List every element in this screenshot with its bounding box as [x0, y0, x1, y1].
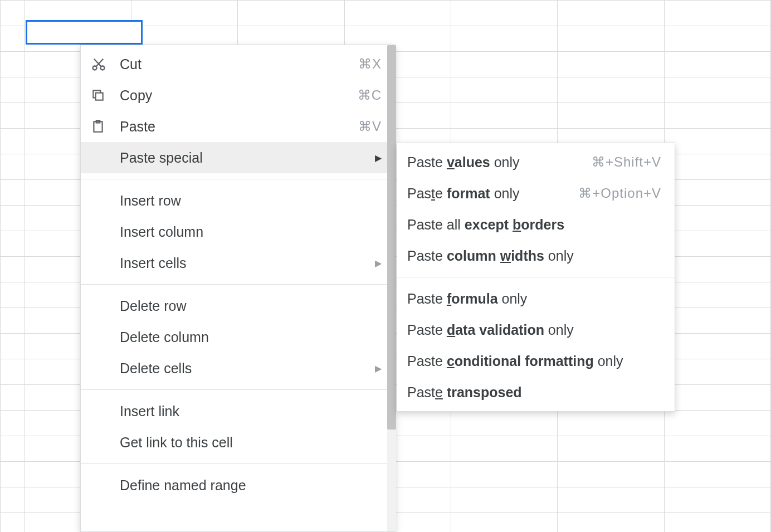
grid-cell[interactable]: [451, 1, 558, 26]
grid-cell[interactable]: [1, 154, 25, 180]
menu-item-label: Insert cells: [120, 255, 368, 271]
menu-item-label: Delete row: [120, 298, 382, 314]
menu-item-label: Paste formula only: [407, 291, 661, 307]
grid-cell[interactable]: [558, 103, 664, 129]
grid-cell[interactable]: [1, 385, 25, 411]
menu-item-delete-row[interactable]: Delete row: [81, 290, 395, 321]
grid-cell[interactable]: [1, 231, 25, 257]
scrollbar-thumb[interactable]: [387, 45, 396, 429]
menu-item-copy[interactable]: Copy ⌘C: [81, 80, 395, 111]
grid-cell[interactable]: [664, 206, 770, 231]
grid-cell[interactable]: [664, 103, 770, 129]
grid-cell[interactable]: [558, 52, 664, 77]
grid-cell[interactable]: [1, 487, 25, 513]
grid-cell[interactable]: [451, 462, 558, 487]
grid-cell[interactable]: [1, 1, 25, 26]
submenu-item-paste-conditional-formatting[interactable]: Paste conditional formatting only: [397, 345, 675, 377]
submenu-item-paste-data-validation[interactable]: Paste data validation only: [397, 314, 675, 345]
menu-separator: [397, 277, 675, 277]
grid-cell[interactable]: [664, 77, 770, 103]
grid-cell[interactable]: [664, 282, 770, 308]
grid-cell[interactable]: [1, 103, 25, 129]
menu-item-delete-cells[interactable]: Delete cells ▶: [81, 353, 395, 384]
grid-cell[interactable]: [451, 77, 558, 103]
menu-separator: [81, 179, 395, 179]
grid-cell[interactable]: [1, 513, 25, 533]
submenu-item-paste-formula-only[interactable]: Paste formula only: [397, 283, 675, 314]
grid-cell[interactable]: [664, 385, 770, 411]
grid-cell[interactable]: [664, 231, 770, 257]
grid-cell[interactable]: [1, 257, 25, 282]
menu-item-insert-cells[interactable]: Insert cells ▶: [81, 247, 395, 279]
menu-item-label: Paste column widths only: [407, 248, 661, 264]
menu-item-define-named-range[interactable]: Define named range: [81, 470, 395, 501]
grid-cell[interactable]: [451, 436, 558, 462]
grid-cell[interactable]: [451, 411, 558, 436]
grid-cell[interactable]: [664, 487, 770, 513]
grid-cell[interactable]: [558, 462, 664, 487]
grid-cell[interactable]: [558, 1, 664, 26]
grid-cell[interactable]: [1, 359, 25, 385]
grid-cell[interactable]: [558, 26, 664, 52]
menu-item-insert-column[interactable]: Insert column: [81, 216, 395, 247]
grid-cell[interactable]: [451, 26, 558, 52]
grid-cell[interactable]: [1, 206, 25, 231]
grid-cell[interactable]: [451, 487, 558, 513]
grid-cell[interactable]: [238, 1, 344, 26]
grid-cell[interactable]: [558, 411, 664, 436]
grid-cell[interactable]: [664, 436, 770, 462]
grid-cell[interactable]: [664, 359, 770, 385]
grid-cell[interactable]: [558, 77, 664, 103]
grid-cell[interactable]: [664, 334, 770, 359]
menu-item-get-link[interactable]: Get link to this cell: [81, 427, 395, 458]
grid-cell[interactable]: [1, 308, 25, 334]
grid-cell[interactable]: [1, 180, 25, 206]
grid-cell[interactable]: [1, 436, 25, 462]
submenu-item-paste-values-only[interactable]: Paste values only ⌘+Shift+V: [397, 147, 675, 178]
grid-cell[interactable]: [451, 513, 558, 533]
grid-cell[interactable]: [131, 1, 238, 26]
grid-cell[interactable]: [1, 26, 25, 52]
grid-cell[interactable]: [1, 411, 25, 436]
grid-cell[interactable]: [664, 462, 770, 487]
selected-cell[interactable]: [26, 20, 143, 45]
grid-cell[interactable]: [664, 513, 770, 533]
grid-cell[interactable]: [1, 334, 25, 359]
submenu-item-paste-format-only[interactable]: Paste format only ⌘+Option+V: [397, 178, 675, 209]
menu-item-insert-link[interactable]: Insert link: [81, 396, 395, 427]
menu-item-cut[interactable]: Cut ⌘X: [81, 48, 395, 80]
grid-cell[interactable]: [664, 180, 770, 206]
menu-separator: [81, 463, 395, 464]
copy-icon: [91, 88, 120, 103]
grid-cell[interactable]: [1, 462, 25, 487]
grid-cell[interactable]: [1, 77, 25, 103]
grid-cell[interactable]: [451, 52, 558, 77]
grid-cell[interactable]: [1, 52, 25, 77]
grid-cell[interactable]: [664, 154, 770, 180]
grid-cell[interactable]: [664, 308, 770, 334]
menu-separator: [81, 284, 395, 285]
grid-cell[interactable]: [1, 282, 25, 308]
grid-cell[interactable]: [664, 52, 770, 77]
menu-item-insert-row[interactable]: Insert row: [81, 185, 395, 216]
grid-cell[interactable]: [1, 129, 25, 154]
menu-item-shortcut: ⌘+Shift+V: [592, 154, 661, 170]
menu-item-paste-special[interactable]: Paste special ▶: [81, 142, 395, 173]
grid-cell[interactable]: [558, 436, 664, 462]
grid-cell[interactable]: [344, 1, 451, 26]
grid-cell[interactable]: [664, 26, 770, 52]
grid-cell[interactable]: [451, 103, 558, 129]
grid-cell[interactable]: [664, 1, 770, 26]
grid-cell[interactable]: [558, 513, 664, 533]
submenu-item-paste-column-widths[interactable]: Paste column widths only: [397, 240, 675, 271]
grid-cell[interactable]: [664, 129, 770, 154]
paste-icon: [91, 119, 120, 134]
grid-cell[interactable]: [558, 487, 664, 513]
submenu-item-paste-except-borders[interactable]: Paste all except borders: [397, 209, 675, 240]
menu-item-paste[interactable]: Paste ⌘V: [81, 111, 395, 142]
submenu-item-paste-transposed[interactable]: Paste transposed: [397, 377, 675, 408]
menu-item-delete-column[interactable]: Delete column: [81, 321, 395, 353]
grid-cell[interactable]: [664, 411, 770, 436]
menu-item-label: Insert row: [120, 193, 382, 209]
grid-cell[interactable]: [664, 257, 770, 282]
